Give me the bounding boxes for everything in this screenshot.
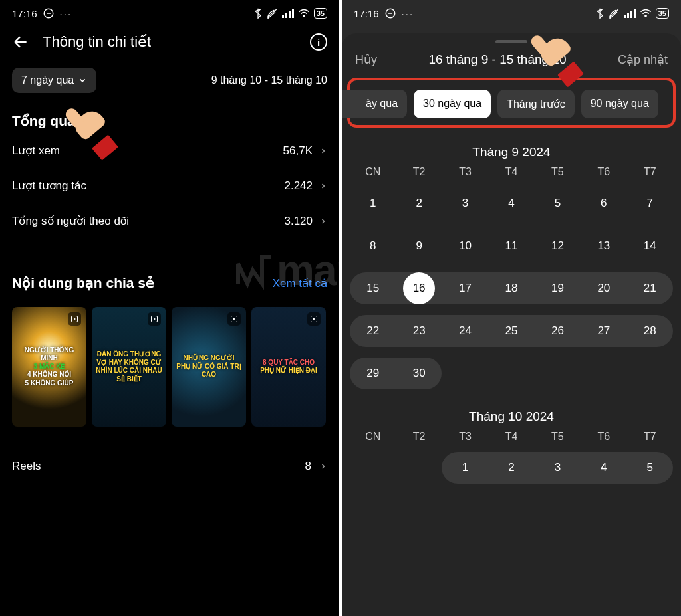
sheet-handle[interactable] [495, 40, 527, 43]
metric-value: 3.120 [284, 215, 313, 228]
calendar-row: 15 16 17 18 19 20 21 [342, 267, 681, 310]
calendar-day[interactable]: 1 [442, 452, 488, 484]
overview-title: Tổng quan [0, 96, 339, 133]
calendar-day[interactable]: 4 [581, 452, 626, 484]
preset-30-days[interactable]: 30 ngày qua [414, 90, 491, 118]
svg-line-1 [267, 9, 277, 17]
reels-row[interactable]: Reels 8 [0, 435, 339, 480]
calendar-day[interactable]: 28 [627, 315, 673, 347]
message-icon [43, 7, 55, 19]
calendar-day[interactable]: 23 [396, 315, 442, 347]
calendar-day[interactable]: 19 [535, 272, 581, 304]
calendar-day[interactable]: 6 [581, 187, 626, 219]
calendar-day[interactable]: 5 [535, 187, 581, 219]
metric-interactions[interactable]: Lượt tương tác 2.242 [0, 168, 339, 203]
mute-icon [608, 8, 620, 19]
calendar-day[interactable]: 13 [581, 230, 626, 262]
reel-thumbnail[interactable]: NHỮNG NGƯỜI PHỤ NỮ CÓ GIÁ TRỊ CAO [172, 307, 246, 427]
metric-views[interactable]: Lượt xem 56,7K [0, 133, 339, 168]
calendar-day[interactable]: 24 [442, 315, 488, 347]
bluetooth-icon [596, 8, 604, 19]
message-icon [384, 7, 396, 19]
calendar-day[interactable]: 11 [488, 230, 534, 262]
svg-rect-15 [630, 11, 632, 18]
update-button[interactable]: Cập nhật [618, 52, 668, 67]
pointer-hand-icon [533, 35, 581, 82]
metric-value: 56,7K [283, 144, 313, 157]
preset-7-days[interactable]: ày qua [342, 90, 407, 118]
calendar-day[interactable]: 4 [488, 187, 534, 219]
page-title: Thông tin chi tiết [43, 33, 310, 51]
metric-label: Lượt xem [12, 144, 283, 157]
chevron-right-icon [319, 216, 327, 227]
svg-rect-5 [292, 9, 294, 18]
svg-rect-14 [627, 13, 629, 18]
day-of-week-row: CNT2T3T4T5T6T7 [342, 166, 681, 178]
date-range-dropdown[interactable]: 7 ngày qua [12, 68, 96, 93]
calendar-day[interactable]: 10 [442, 230, 488, 262]
calendar-row: 8 9 10 11 12 13 14 [342, 225, 681, 267]
calendar-day[interactable]: 17 [442, 272, 488, 304]
calendar-day[interactable]: 8 [350, 230, 396, 262]
svg-rect-16 [634, 9, 636, 18]
metric-followers[interactable]: Tổng số người theo dõi 3.120 [0, 203, 339, 239]
calendar-day[interactable]: 2 [488, 452, 534, 484]
battery-icon: 35 [314, 8, 327, 19]
preset-row: ày qua 30 ngày qua Tháng trước 90 ngày q… [347, 78, 676, 128]
calendar-day[interactable]: 2 [396, 187, 442, 219]
month-label: Tháng 9 2024 [342, 130, 681, 166]
calendar-day[interactable]: 26 [535, 315, 581, 347]
header: Thông tin chi tiết i [0, 24, 339, 57]
preset-90-days[interactable]: 90 ngày qua [581, 90, 658, 118]
reel-thumbnail[interactable]: ĐÀN ÔNG THƯƠNG VỢ HAY KHÔNG CỨ NHÌN LÚC … [92, 307, 166, 427]
month-label: Tháng 10 2024 [342, 395, 681, 431]
day-of-week-row: CNT2T3T4T5T6T7 [342, 431, 681, 443]
battery-icon: 35 [656, 8, 669, 19]
status-bar: 17:16 ··· 35 [342, 0, 681, 24]
calendar-day[interactable]: 3 [442, 187, 488, 219]
calendar-day[interactable]: 14 [627, 230, 673, 262]
info-icon[interactable]: i [310, 33, 327, 51]
calendar-day[interactable]: 22 [350, 315, 396, 347]
content-thumbnails: NGƯỜI THÔNG MINH 3 MẶC KỆ 4 KHÔNG NÓI 5 … [0, 299, 339, 435]
calendar-day[interactable]: 7 [627, 187, 673, 219]
metric-value: 2.242 [284, 179, 313, 193]
calendar-day[interactable]: 9 [396, 230, 442, 262]
calendar-row: 22 23 24 25 26 27 28 [342, 310, 681, 352]
date-picker-sheet: Hủy 16 tháng 9 - 15 tháng 10 Cập nhật ày… [342, 33, 681, 616]
chevron-right-icon [319, 181, 327, 191]
calendar-day[interactable]: 20 [581, 272, 626, 304]
more-icon: ··· [60, 8, 72, 19]
thumbnail-text: 8 QUY TẮC CHO PHỤ NỮ HIỆN ĐẠI [260, 359, 317, 375]
back-icon[interactable] [12, 33, 29, 51]
thumbnail-text: NHỮNG NGƯỜI PHỤ NỮ CÓ GIÁ TRỊ CAO [176, 354, 242, 379]
calendar-day[interactable]: 15 [350, 272, 396, 304]
reel-thumbnail[interactable]: NGƯỜI THÔNG MINH 3 MẶC KỆ 4 KHÔNG NÓI 5 … [12, 307, 86, 427]
calendar-day-selected[interactable]: 16 [396, 272, 442, 304]
reels-count: 8 [305, 460, 311, 473]
status-bar: 17:16 ··· 35 [0, 0, 339, 24]
svg-rect-3 [285, 13, 287, 18]
thumbnail-text: NGƯỜI THÔNG MINH 3 MẶC KỆ 4 KHÔNG NÓI 5 … [16, 346, 82, 388]
reel-thumbnail[interactable]: 8 QUY TẮC CHO PHỤ NỮ HIỆN ĐẠI [251, 307, 326, 427]
bluetooth-icon [254, 8, 262, 19]
chevron-down-icon [78, 76, 87, 85]
calendar-day[interactable]: 12 [535, 230, 581, 262]
calendar-day[interactable]: 18 [488, 272, 534, 304]
calendar-day[interactable]: 29 [350, 358, 396, 389]
calendar-day[interactable]: 1 [350, 187, 396, 219]
status-time: 17:16 [354, 8, 379, 19]
calendar-day[interactable]: 30 [396, 358, 442, 389]
see-all-link[interactable]: Xem tất cả [273, 276, 327, 290]
reel-icon [68, 312, 81, 326]
svg-point-6 [303, 15, 305, 17]
preset-last-month[interactable]: Tháng trước [497, 90, 575, 118]
cancel-button[interactable]: Hủy [355, 52, 377, 67]
calendar-day[interactable]: 27 [581, 315, 626, 347]
reel-icon [227, 312, 241, 326]
calendar-day[interactable]: 5 [627, 452, 673, 484]
calendar-day[interactable]: 21 [627, 272, 673, 304]
calendar-day[interactable]: 25 [488, 315, 534, 347]
calendar-day[interactable]: 3 [535, 452, 581, 484]
chevron-right-icon [319, 146, 327, 156]
